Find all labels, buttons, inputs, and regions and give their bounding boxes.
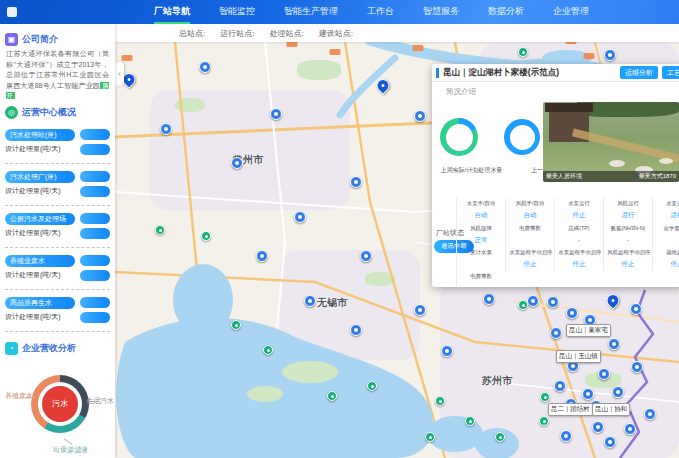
site-label[interactable]: 昆二｜团结村: [548, 403, 593, 416]
nav-item-4[interactable]: 智慧服务: [423, 0, 459, 24]
green-station-marker[interactable]: [425, 432, 435, 442]
blue-station-marker[interactable]: [630, 303, 642, 315]
station-photo: 最美人居环境 最美方式1870: [543, 102, 679, 182]
blue-station-marker[interactable]: [160, 123, 172, 135]
blue-station-marker[interactable]: [199, 61, 211, 73]
green-station-marker[interactable]: [540, 392, 550, 402]
status-cell-0-1: 风机手/自动自动: [505, 198, 554, 223]
stat-group-1: 污水处理厂(座)设计处理量(吨/天): [5, 164, 110, 206]
subnav-item-2[interactable]: 处理站点:: [269, 28, 303, 39]
ops-analysis-button[interactable]: 运维分析: [620, 66, 658, 79]
status-cell-label: 水泵远程手动启停: [509, 249, 550, 257]
blue-station-marker[interactable]: [441, 345, 453, 357]
green-station-marker[interactable]: [435, 396, 445, 406]
blue-station-marker[interactable]: [631, 361, 643, 373]
nav-item-2[interactable]: 智能生产管理: [284, 0, 338, 24]
status-row-2: 累计水量水泵远程手动启停停止水泵远程手动启停停止风机远程手动启停停止就地远程停止: [456, 247, 679, 271]
blue-station-marker[interactable]: [294, 211, 306, 223]
popup-title: 昆山｜淀山湖村卜家楼(示范点): [443, 67, 616, 79]
green-station-marker[interactable]: [367, 381, 377, 391]
weekly-gauge-label: 上周实际/计划处理水量: [432, 166, 511, 174]
blue-station-marker[interactable]: [592, 421, 604, 433]
status-cell-label: 总磷(TP): [558, 225, 599, 233]
blue-station-marker[interactable]: [350, 176, 362, 188]
blue-station-marker[interactable]: [414, 110, 426, 122]
nav-item-3[interactable]: 工作台: [367, 0, 394, 24]
blue-station-marker[interactable]: [483, 293, 495, 305]
stat-sublabel: 设计处理量(吨/天): [5, 270, 61, 280]
green-station-marker[interactable]: [518, 47, 528, 57]
sidebar-collapse-handle[interactable]: ‹: [115, 62, 124, 86]
blue-station-marker[interactable]: [256, 250, 268, 262]
blue-station-marker[interactable]: [304, 295, 316, 307]
blue-station-marker[interactable]: [270, 108, 282, 120]
green-station-marker[interactable]: [465, 416, 475, 426]
overview-section-label: 简况介绍: [446, 87, 476, 97]
green-station-marker[interactable]: [231, 320, 241, 330]
site-label[interactable]: 昆山｜玉山镇: [556, 350, 601, 363]
poi-marker: [584, 53, 595, 59]
green-station-marker[interactable]: [263, 345, 273, 355]
blue-station-marker[interactable]: [527, 295, 539, 307]
blue-station-marker[interactable]: [612, 386, 624, 398]
blue-station-marker[interactable]: [608, 338, 620, 350]
status-grid: 水泵手/自动自动风机手/自动自动水泵运行停止风机运行运行水泵运行运行风机故障正常…: [456, 198, 679, 286]
blue-station-marker[interactable]: [414, 304, 426, 316]
blue-station-marker[interactable]: [360, 250, 372, 262]
blue-station-marker[interactable]: [604, 49, 616, 61]
green-station-marker[interactable]: [539, 416, 549, 426]
ops-section-title: 运营中心概况: [22, 106, 76, 119]
green-station-marker[interactable]: [201, 231, 211, 241]
blue-station-marker[interactable]: [624, 423, 636, 435]
green-station-marker[interactable]: [495, 432, 505, 442]
stat-row-sub: 设计处理量(吨/天): [5, 228, 110, 239]
nav-item-5[interactable]: 数据分析: [488, 0, 524, 24]
blue-station-marker[interactable]: [554, 380, 566, 392]
site-label[interactable]: 昆山｜童家宅: [566, 324, 611, 337]
subnav-item-1[interactable]: 运行站点:: [220, 28, 254, 39]
revenue-section-title: 企业营收分析: [22, 342, 76, 355]
status-cell-3-4: [652, 271, 679, 286]
blue-station-marker[interactable]: [604, 436, 616, 448]
map-canvas[interactable]: ‹ 昆山｜淀山湖村卜家楼(示范点) 运维分析 工艺流程 简况介绍 上周实际/计划…: [115, 42, 679, 458]
status-cell-1-2: 总磷(TP)-: [554, 223, 603, 247]
app-logo-icon: [7, 7, 17, 17]
status-cell-2-1: 水泵远程手动启停停止: [505, 247, 554, 271]
chart-icon: ◔: [5, 342, 18, 355]
stat-row-sub: 设计处理量(吨/天): [5, 144, 110, 155]
blue-station-marker[interactable]: [550, 327, 562, 339]
poi-marker: [287, 42, 298, 47]
status-cell-1-4: 化学需氧量: [652, 223, 679, 247]
blue-station-marker[interactable]: [560, 430, 572, 442]
nav-item-0[interactable]: 厂站导航: [154, 0, 190, 24]
status-cell-label: 电费乘数: [509, 225, 550, 233]
subnav-item-3[interactable]: 建设站点:: [319, 28, 353, 39]
status-cell-value: 运行: [654, 211, 679, 220]
blue-station-marker[interactable]: [350, 324, 362, 336]
status-cell-value: 停止: [556, 260, 602, 269]
green-station-marker[interactable]: [518, 300, 528, 310]
stat-row-sub: 设计处理量(吨/天): [5, 270, 110, 281]
blue-station-marker[interactable]: [547, 296, 559, 308]
blue-station-marker[interactable]: [644, 408, 656, 420]
blue-station-marker[interactable]: [231, 157, 243, 169]
poi-marker: [413, 45, 424, 51]
nav-item-1[interactable]: 智能监控: [219, 0, 255, 24]
status-cell-3-2: [554, 271, 603, 286]
green-station-marker[interactable]: [155, 225, 165, 235]
blue-station-marker[interactable]: [582, 388, 594, 400]
nav-item-6[interactable]: 企业管理: [553, 0, 589, 24]
process-flow-button[interactable]: 工艺流程: [662, 66, 679, 79]
stat-row-main: 养殖业废水: [5, 255, 110, 267]
company-section-title: 公司简介: [22, 33, 58, 46]
stat-value-pill: [80, 213, 110, 224]
site-label[interactable]: 昆山｜协和: [592, 403, 630, 416]
status-cell-1-1: 电费乘数: [505, 223, 554, 247]
green-station-marker[interactable]: [327, 391, 337, 401]
blue-station-marker[interactable]: [598, 368, 610, 380]
subnav-item-0[interactable]: 总站点:: [179, 28, 205, 39]
company-section-header: ▣ 公司简介: [5, 33, 110, 46]
stat-subvalue-pill: [80, 228, 110, 239]
blue-station-marker[interactable]: [566, 307, 578, 319]
status-cell-2-3: 风机远程手动启停停止: [603, 247, 652, 271]
